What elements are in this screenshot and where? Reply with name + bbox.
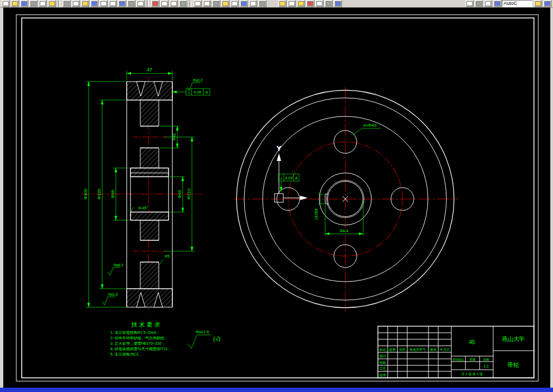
tb-school: 燕山大学 xyxy=(502,335,525,342)
make-object-layer-icon[interactable] xyxy=(297,0,305,7)
model-icon[interactable] xyxy=(258,0,266,7)
help-icon[interactable] xyxy=(534,0,542,7)
grid-icon[interactable] xyxy=(203,0,211,7)
dim-bore-dia: Φ65 xyxy=(177,190,182,198)
ortho-icon[interactable] xyxy=(212,0,220,7)
tb-row-label: 批准 xyxy=(380,374,386,377)
tech-req-line: 3. 正火处理，硬度HB170~210； xyxy=(110,341,165,346)
tech-req-title: 技 术 要 求 xyxy=(131,321,160,328)
gdt-datum: A xyxy=(206,90,208,94)
tech-req-line: 1. 未注铸造圆角R1.5~2mm； xyxy=(110,330,160,335)
redraw-icon[interactable] xyxy=(151,0,159,7)
tb-stage-label: 阶段标记 xyxy=(453,358,464,362)
spell-icon[interactable] xyxy=(48,0,56,7)
gdt-datum: A xyxy=(295,176,298,180)
copy-icon[interactable] xyxy=(72,0,80,7)
tb-header-cell: 标记 xyxy=(379,347,386,352)
lineweight-control-icon[interactable] xyxy=(325,0,333,7)
plot-style-icon[interactable] xyxy=(334,0,342,7)
tb-sheets: 共 1 张 第 1 张 xyxy=(461,372,482,376)
print-preview-icon[interactable] xyxy=(39,0,47,7)
toolbar-separator xyxy=(58,1,60,7)
tech-req-line: 4. 铸造拔模斜度与尺寸精度按IT11； xyxy=(110,347,171,351)
layers-icon[interactable] xyxy=(278,0,287,7)
holes-note: 4×Φ40 xyxy=(363,123,377,128)
zoom-window-icon[interactable] xyxy=(170,0,178,7)
drawing-canvas[interactable]: 47 Φ400 Φ335 Φ96 Φ65 Φ210 xyxy=(0,0,553,392)
keyway-depth-dim: 64.4 xyxy=(340,228,349,233)
distance-icon[interactable] xyxy=(465,0,474,7)
bottom-bar xyxy=(0,388,553,392)
toolbar-separator xyxy=(147,1,149,7)
open-icon[interactable] xyxy=(11,0,19,7)
tech-req-line: 2. 铸件不得有砂眼、气孔等缺陷； xyxy=(110,336,168,340)
roughness-mid: Ra6.3 xyxy=(114,263,123,267)
pan-icon[interactable] xyxy=(179,0,187,7)
dim-rim-inner-dia: Φ335 xyxy=(97,189,102,200)
roughness-bottom: Ra1.6 xyxy=(108,293,118,296)
calculator-icon[interactable] xyxy=(136,0,145,7)
tb-header-cell: 更改文件号 xyxy=(409,347,426,351)
print-icon[interactable] xyxy=(29,0,38,7)
snap-icon[interactable] xyxy=(194,0,202,7)
other-roughness-suffix: (√) xyxy=(213,335,220,342)
linetype-control-icon[interactable] xyxy=(315,0,324,7)
dim-outer-dia: Φ400 xyxy=(83,189,88,200)
hyperlink-icon[interactable] xyxy=(118,0,126,7)
osnap-icon[interactable] xyxy=(221,0,229,7)
tb-header-cell: 年月日 xyxy=(440,348,450,352)
tb-row-label: 校核 xyxy=(379,361,386,364)
save-icon[interactable] xyxy=(20,0,28,7)
color-control-icon[interactable] xyxy=(306,0,314,7)
redo-icon[interactable] xyxy=(109,0,117,7)
tb-material: 45 xyxy=(469,339,475,345)
tb-mass-label: 质量 xyxy=(470,358,476,361)
regen-icon[interactable] xyxy=(160,0,169,7)
find-icon[interactable] xyxy=(127,0,135,7)
top-toolbar: AutoC xyxy=(0,0,553,8)
tb-part-name: 带轮 xyxy=(507,362,519,368)
gdt-symbol: ⊥ xyxy=(279,176,283,180)
ucs-y-label: Y xyxy=(277,145,281,152)
polar-icon[interactable] xyxy=(231,0,239,7)
paste-icon[interactable] xyxy=(81,0,89,7)
undo-icon[interactable] xyxy=(100,0,108,7)
tb-header-cell: 签名 xyxy=(430,348,437,352)
tb-header-cell: 处数 xyxy=(389,347,396,352)
gdt-symbol: ⊥ xyxy=(187,90,190,94)
object-track-icon[interactable] xyxy=(240,0,248,7)
match-properties-icon[interactable] xyxy=(90,0,98,7)
gdt-value: 0.06 xyxy=(194,90,201,94)
tb-scale-label: 比例 xyxy=(483,358,489,362)
list-icon[interactable] xyxy=(484,0,492,7)
lineweight-icon[interactable] xyxy=(249,0,257,7)
chamfer-note: 3×45° xyxy=(138,206,148,210)
cut-icon[interactable] xyxy=(63,0,71,7)
tb-row-label: 设计 xyxy=(380,354,386,358)
tb-scale-value: 1:1 xyxy=(483,364,489,368)
gdt-value: 0.03 xyxy=(285,176,293,180)
roughness-top: Ra3.2 xyxy=(193,78,203,82)
locate-point-icon[interactable] xyxy=(493,0,501,7)
other-roughness: Ra12.5 xyxy=(196,329,209,334)
new-icon[interactable] xyxy=(2,0,10,7)
area-icon[interactable] xyxy=(475,0,483,7)
dim-width-label: 47 xyxy=(147,67,152,72)
tb-header-cell: 分区 xyxy=(399,347,406,351)
keyway-width-dim: 18JS9 xyxy=(314,208,319,220)
dim-hub-dia: Φ96 xyxy=(110,190,115,198)
dim-hole-dia: Φ40 xyxy=(172,133,176,140)
dim-bolt-circle-dia: Φ210 xyxy=(187,189,191,200)
about-icon[interactable] xyxy=(543,0,551,7)
layer-control-icon[interactable] xyxy=(288,0,296,7)
tech-req-line: 5. 未注倒角为C2。 xyxy=(110,352,142,357)
tb-row-label: 工艺 xyxy=(380,366,386,370)
fillet-note: R5 xyxy=(165,254,170,258)
toolbar-separator xyxy=(189,1,191,7)
window-title-fragment[interactable]: AutoC xyxy=(502,0,532,7)
